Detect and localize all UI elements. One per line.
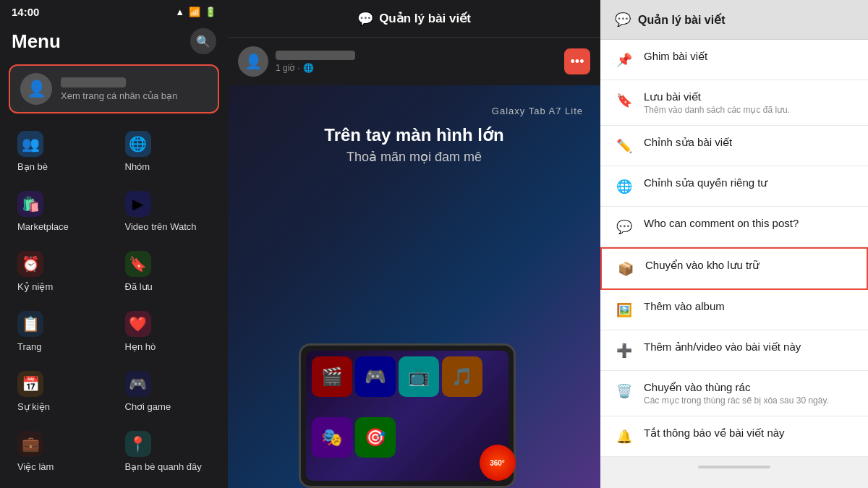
- post-username-blur: [276, 51, 355, 60]
- sidebar-item-events[interactable]: 📅 Sự kiện: [7, 362, 114, 421]
- context-mute-item[interactable]: 🔔 Tắt thông báo về bài viết này: [600, 416, 868, 457]
- sidebar-item-label: Trang: [17, 341, 41, 352]
- sidebar-item-label: Sự kiện: [17, 401, 50, 412]
- context-archive-label: Chuyển vào kho lưu trữ: [645, 259, 852, 272]
- gaming-icon: 🎮: [125, 371, 151, 397]
- context-header-title: Quản lý bài viết: [638, 13, 725, 27]
- context-save-item[interactable]: 🔖 Lưu bài viết Thêm vào danh sách các mụ…: [600, 80, 868, 126]
- sidebar-item-watch[interactable]: ▶ Video trên Watch: [115, 182, 221, 241]
- sidebar-item-label: Marketplace: [17, 221, 69, 232]
- nearby-icon: 📍: [125, 431, 151, 457]
- save-icon: 🔖: [615, 91, 634, 110]
- dating-icon: ❤️: [125, 311, 151, 337]
- menu-title: Menu: [12, 30, 61, 53]
- context-trash-sublabel: Các mục trong thùng rác sẽ bị xóa sau 30…: [644, 395, 854, 406]
- context-menu-header: 💬 Quản lý bài viết: [600, 0, 868, 40]
- post-meta: 1 giờ · 🌐: [276, 63, 355, 73]
- pin-icon: 📌: [615, 51, 634, 69]
- pages-icon: 📋: [17, 311, 43, 337]
- menu-grid: 👥 Bạn bè 🌐 Nhóm 🛍️ Marketplace ▶ Video t…: [0, 122, 228, 481]
- context-archive-item[interactable]: 📦 Chuyển vào kho lưu trữ: [600, 247, 868, 290]
- galaxy-brand: Galaxy Tab A7 Lite: [492, 106, 583, 116]
- tablet-illustration: 🎬 🎮 📺 🎵 🎭 🎯 360°: [299, 343, 530, 488]
- post-user-info: 1 giờ · 🌐: [276, 51, 355, 73]
- context-album-label: Thêm vào album: [644, 300, 854, 312]
- app-tile: 🎭: [312, 417, 352, 458]
- context-edit-label: Chỉnh sửa bài viết: [644, 136, 854, 149]
- context-edit-item[interactable]: ✏️ Chỉnh sửa bài viết: [600, 126, 868, 166]
- friends-icon: 👥: [17, 131, 43, 157]
- mute-icon: 🔔: [615, 427, 634, 446]
- sidebar-item-jobs[interactable]: 💼 Việc làm: [7, 422, 114, 481]
- sidebar-item-saved[interactable]: 🔖 Đã lưu: [115, 242, 221, 301]
- left-panel: 14:00 ▲ 📶 🔋 Menu 🔍 👤 Xem trang cá nhân c…: [0, 0, 228, 488]
- search-button[interactable]: 🔍: [190, 28, 216, 54]
- profile-info: Xem trang cá nhân của bạn: [61, 77, 177, 101]
- sidebar-item-label: Kỷ niệm: [17, 281, 53, 292]
- manage-posts-icon: 💬: [357, 11, 373, 27]
- post-header: 👤 1 giờ · 🌐 •••: [228, 38, 600, 85]
- context-pin-item[interactable]: 📌 Ghim bài viết: [600, 40, 868, 80]
- archive-icon: 📦: [616, 260, 635, 278]
- manage-posts-header-icon: 💬: [615, 12, 631, 27]
- context-comment-label: Who can comment on this post?: [644, 217, 854, 229]
- tablet-screen: 🎬 🎮 📺 🎵 🎭 🎯: [306, 351, 509, 481]
- sidebar-item-label: Bạn bè quanh đây: [125, 461, 202, 472]
- status-time: 14:00: [12, 6, 39, 18]
- trash-icon: 🗑️: [615, 382, 634, 401]
- sidebar-item-memories[interactable]: ⏰ Kỷ niệm: [7, 242, 114, 301]
- right-panel: 💬 Quản lý bài viết 📌 Ghim bài viết 🔖 Lưu…: [600, 0, 868, 488]
- events-icon: 📅: [17, 371, 43, 397]
- more-options-button[interactable]: •••: [564, 48, 590, 74]
- context-comment-item[interactable]: 💬 Who can comment on this post?: [600, 207, 868, 247]
- album-icon: 🖼️: [615, 301, 634, 320]
- app-tile: 🎮: [355, 356, 396, 397]
- post-card: 👤 1 giờ · 🌐 ••• Galaxy Tab A7 Lite Trên …: [228, 38, 600, 488]
- context-save-label: Lưu bài viết: [644, 90, 854, 103]
- see-more-row[interactable]: Xem thêm ▼: [0, 481, 228, 488]
- galaxy-headline: Trên tay màn hình lớn: [324, 124, 503, 146]
- bottom-indicator: [698, 466, 770, 468]
- badge-360: 360°: [480, 445, 516, 481]
- jobs-icon: 💼: [17, 431, 43, 457]
- memories-icon: ⏰: [17, 251, 43, 277]
- app-tile: 🎯: [355, 417, 396, 458]
- context-mute-label: Tắt thông báo về bài viết này: [644, 427, 854, 440]
- sidebar-item-label: Việc làm: [17, 461, 54, 472]
- sidebar-item-marketplace[interactable]: 🛍️ Marketplace: [7, 182, 114, 241]
- feed-header: 💬 Quản lý bài viết: [228, 0, 600, 38]
- sidebar-item-nearby[interactable]: 📍 Bạn bè quanh đây: [115, 422, 221, 481]
- context-trash-label: Chuyển vào thùng rác: [644, 381, 854, 394]
- post-avatar: 👤: [238, 46, 268, 77]
- status-bar: 14:00 ▲ 📶 🔋: [0, 0, 228, 24]
- sidebar-item-friends[interactable]: 👥 Bạn bè: [7, 122, 114, 181]
- sidebar-item-label: Đã lưu: [125, 281, 153, 292]
- app-tile: 🎵: [442, 356, 482, 397]
- feed-header-title: 💬 Quản lý bài viết: [357, 11, 471, 27]
- galaxy-sub: Thoả mãn mọi đam mê: [346, 149, 482, 165]
- context-addphoto-item[interactable]: ➕ Thêm ảnh/video vào bài viết này: [600, 330, 868, 371]
- post-user: 👤 1 giờ · 🌐: [238, 46, 355, 77]
- context-save-sublabel: Thêm vào danh sách các mục đã lưu.: [644, 105, 854, 115]
- profile-card[interactable]: 👤 Xem trang cá nhân của bạn: [9, 64, 219, 114]
- watch-icon: ▶: [125, 191, 151, 217]
- edit-icon: ✏️: [615, 137, 634, 155]
- context-album-item[interactable]: 🖼️ Thêm vào album: [600, 290, 868, 330]
- sidebar-item-label: Chơi game: [125, 401, 171, 412]
- context-privacy-item[interactable]: 🌐 Chỉnh sửa quyền riêng tư: [600, 166, 868, 207]
- sidebar-item-gaming[interactable]: 🎮 Chơi game: [115, 362, 221, 421]
- context-privacy-label: Chỉnh sửa quyền riêng tư: [644, 176, 854, 189]
- middle-panel: 💬 Quản lý bài viết 👤 1 giờ · 🌐 •••: [228, 0, 600, 488]
- context-pin-label: Ghim bài viết: [644, 50, 854, 63]
- globe-icon: 🌐: [303, 63, 314, 73]
- sidebar-item-dating[interactable]: ❤️ Hẹn hò: [115, 302, 221, 361]
- profile-name-blur: [61, 77, 126, 87]
- avatar: 👤: [20, 73, 52, 105]
- saved-icon: 🔖: [125, 251, 151, 277]
- sidebar-item-label: Video trên Watch: [125, 221, 197, 232]
- sidebar-item-pages[interactable]: 📋 Trang: [7, 302, 114, 361]
- privacy-icon: 🌐: [615, 177, 634, 196]
- context-trash-item[interactable]: 🗑️ Chuyển vào thùng rác Các mục trong th…: [600, 371, 868, 416]
- sidebar-item-groups[interactable]: 🌐 Nhóm: [115, 122, 221, 181]
- menu-header: Menu 🔍: [0, 24, 228, 61]
